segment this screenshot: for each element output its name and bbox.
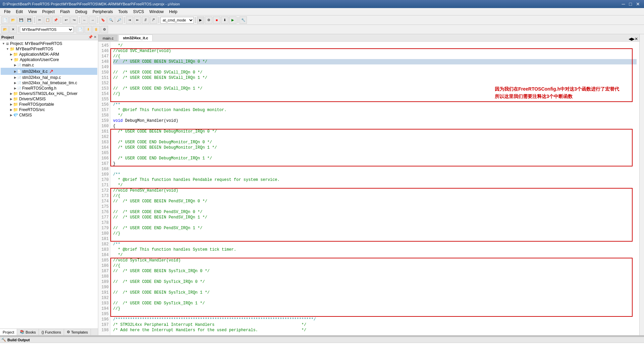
save-button[interactable]: 💾 [17, 16, 25, 24]
bookmark-button[interactable]: 🔖 [99, 16, 107, 24]
menu-window[interactable]: Window [147, 9, 166, 15]
close-button[interactable]: ✕ [635, 1, 641, 7]
flash-options-button[interactable]: ⚙ [101, 26, 108, 33]
tree-hal-icon: 📁 [13, 91, 18, 96]
code-line-185: //void SysTick_Handler(void) [113, 258, 637, 263]
menu-debug[interactable]: Debug [73, 9, 90, 15]
code-line-189: // /* USER CODE END SysTick_IRQn 0 */ [113, 279, 637, 285]
tree-stm32-arrow: ▶ [14, 70, 16, 73]
tab-books[interactable]: 📚 Books [17, 329, 39, 335]
indent-button[interactable]: ⇥ [126, 16, 133, 24]
tab-scroll-left[interactable]: ◀ [629, 37, 632, 41]
tree-hal-label: Drivers/STM32L4xx_HAL_Driver [19, 91, 77, 96]
tree-gem-label: CMSIS [19, 113, 32, 117]
tab-templates[interactable]: ⚙ Templates [64, 329, 91, 335]
code-editor[interactable]: 145 146 147 148 149 150 151 152 153 154 … [98, 42, 639, 335]
tree-item-drivers-hal[interactable]: ▶ 📁 Drivers/STM32L4xx_HAL_Driver [1, 91, 97, 96]
editor-area: main.c stm32l4xx_it.c ◀ ▶ ✕ 145 146 147 … [98, 34, 639, 335]
tab-functions[interactable]: {} Functions [39, 329, 64, 335]
code-line-186: //{ [113, 263, 637, 268]
code-content[interactable]: *///void SVC_Handler(void)//{// /* USER … [110, 42, 639, 335]
tab-close[interactable]: ✕ [635, 37, 638, 41]
tree-item-drivers-cmsis[interactable]: ▶ 📁 Drivers/CMSIS [1, 96, 97, 102]
debug-start-button[interactable]: ▶ [229, 16, 236, 24]
tree-tim-label: stm32l4xx_hal_timebase_tim.c [22, 81, 77, 85]
tree-portable-arrow: ▶ [10, 103, 12, 106]
code-line-154: //} [113, 91, 637, 97]
project-close-panel-button[interactable]: ✕ [94, 35, 97, 39]
code-line-183: * @brief This function handles System ti… [113, 247, 637, 252]
code-line-161: /* USER CODE BEGIN DebugMonitor_IRQn 0 *… [113, 129, 637, 134]
menu-tools[interactable]: Tools [116, 9, 130, 15]
code-line-187: // /* USER CODE BEGIN SysTick_IRQn 0 */ [113, 268, 637, 274]
maximize-button[interactable]: □ [628, 1, 633, 7]
menu-project[interactable]: Project [40, 9, 57, 15]
code-line-182: /** [113, 242, 637, 247]
tab-scroll-right[interactable]: ▶ [632, 37, 635, 41]
code-line-167: } [113, 161, 637, 166]
tab-stm32-it[interactable]: stm32l4xx_it.c [118, 35, 152, 41]
menu-peripherals[interactable]: Peripherals [90, 9, 116, 15]
tree-item-stm32-it[interactable]: ▶ 📄 stm32l4xx_it.c ↗ [1, 68, 97, 75]
project-pin-button[interactable]: 📌 [88, 35, 93, 39]
build-output-panel: 🔨 Build Output [0, 335, 644, 350]
flash-erase-button[interactable]: 🗑 [93, 26, 100, 33]
tree-item-freertos-config[interactable]: ▶ 📄 FreeRTOSConfig.h [1, 86, 97, 91]
outdent-button[interactable]: ⇤ [134, 16, 141, 24]
menu-flash[interactable]: Flash [57, 9, 72, 15]
project-open-button[interactable]: 📂 [1, 26, 9, 33]
project-panel: Project 📌 ✕ ▼ 🖥 Project: MYBearPiFreeRTO… [0, 34, 98, 335]
download-button[interactable]: ⬇ [221, 16, 228, 24]
new-uvision-button[interactable]: 📄 [76, 26, 84, 33]
menu-svcs[interactable]: SVCS [130, 9, 147, 15]
tab-main-c[interactable]: main.c [98, 35, 118, 41]
new-file-button[interactable]: 📄 [1, 16, 9, 24]
open-file-button[interactable]: 📂 [9, 16, 17, 24]
build-button[interactable]: ▶ [197, 16, 204, 24]
tab-functions-label: Functions [45, 330, 61, 334]
menu-file[interactable]: File [1, 9, 13, 15]
code-line-151: // /* USER CODE BEGIN SVCall_IRQn 1 */ [113, 75, 637, 81]
menu-edit[interactable]: Edit [13, 9, 25, 15]
menu-view[interactable]: View [25, 9, 40, 15]
tree-item-main-c[interactable]: ▶ 📄 main.c [1, 62, 97, 68]
tree-freertos-label: FreeRTOSConfig.h [22, 86, 56, 91]
tree-item-mybear[interactable]: ▼ 📁 MYBearPiFreeRTOS [1, 46, 97, 52]
redo-button[interactable]: ↪ [70, 16, 78, 24]
tree-item-stm32-msp[interactable]: ▶ 📄 stm32l4xx_hal_msp.c [1, 75, 97, 80]
find-in-files-button[interactable]: 🔎 [115, 16, 123, 24]
copy-button[interactable]: 📋 [44, 16, 51, 24]
menu-help[interactable]: Help [166, 9, 180, 15]
minimize-button[interactable]: ─ [621, 1, 627, 7]
stop-button[interactable]: ■ [213, 16, 220, 24]
separator-t2-1 [18, 27, 18, 33]
tree-item-stm32-tim[interactable]: ▶ 📄 stm32l4xx_hal_timebase_tim.c [1, 80, 97, 86]
tree-item-mdk-arm[interactable]: ▶ 📁 Application/MDK-ARM [1, 52, 97, 57]
tab-project[interactable]: Project [0, 329, 17, 335]
editor-scrollbar[interactable] [639, 34, 644, 335]
rebuild-button[interactable]: ⚙ [205, 16, 212, 24]
tree-item-cmsis-gem[interactable]: ▶ 💎 CMSIS [1, 112, 97, 118]
options-button[interactable]: 🔧 [239, 16, 247, 24]
comment-button[interactable]: // [142, 16, 149, 24]
tree-cmsis1-icon: 📁 [13, 97, 18, 101]
cut-button[interactable]: ✂ [36, 16, 43, 24]
tree-item-freertos-src[interactable]: ▶ 📁 FreeRTOS/src [1, 107, 97, 112]
tree-root[interactable]: ▼ 🖥 Project: MYBearPiFreeRTOS [1, 41, 97, 46]
code-line-174: // /* USER CODE BEGIN PendSV_IRQn 0 */ [113, 199, 637, 204]
tree-item-freertos-portable[interactable]: ▶ 📁 FreeRTOS/portable [1, 102, 97, 107]
tree-item-user-core[interactable]: ▼ 📁 Application/User/Core [1, 57, 97, 62]
nav-back-button[interactable]: ← [81, 16, 88, 24]
target-dropdown[interactable]: at_cmd_mode [160, 17, 194, 23]
save-all-button[interactable]: 💾 [25, 16, 33, 24]
flash-download-button[interactable]: ⬇ [85, 26, 92, 33]
find-button[interactable]: 🔍 [107, 16, 115, 24]
uncomment-button[interactable]: /* [150, 16, 157, 24]
nav-forward-button[interactable]: → [89, 16, 96, 24]
project-dropdown[interactable]: MYBearPiFreeRTOS [20, 26, 73, 33]
project-close-button[interactable]: ✕ [9, 26, 17, 33]
tree-portable-label: FreeRTOS/portable [19, 102, 54, 107]
paste-button[interactable]: 📌 [52, 16, 59, 24]
undo-button[interactable]: ↩ [62, 16, 70, 24]
build-output-content[interactable] [0, 343, 644, 350]
